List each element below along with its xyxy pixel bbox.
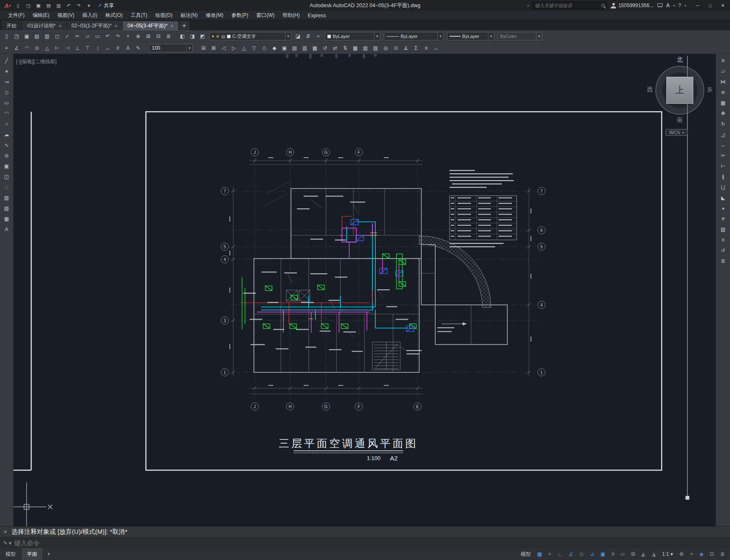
menu-item[interactable]: 窗口(W) <box>253 11 278 20</box>
save-icon[interactable]: ▣ <box>22 32 32 41</box>
layer-isolate-icon[interactable]: ◨ <box>188 32 197 41</box>
undo-mark-icon[interactable]: ↺ <box>718 245 728 255</box>
snap-mode-icon[interactable]: ⌗ <box>545 549 554 559</box>
dim-vertical-icon[interactable]: ↕ <box>93 43 102 53</box>
tab-drawing-3-active[interactable]: 04~05(3-4F平面)*✕ <box>123 21 179 30</box>
array-icon[interactable]: ▦ <box>718 98 728 108</box>
new-file-icon[interactable]: ▯ <box>13 1 23 10</box>
dropdown-caret-icon[interactable]: ▾ <box>186 44 192 52</box>
point-icon[interactable]: ∴ <box>2 182 12 192</box>
lineweight-display-icon[interactable]: ≡ <box>609 549 617 559</box>
isodraft-icon[interactable]: ◇ <box>576 549 586 559</box>
dropdown-caret-icon[interactable]: ▾ <box>488 32 494 40</box>
paste-icon[interactable]: ▭ <box>93 32 102 41</box>
layer-properties-icon[interactable]: ≣ <box>164 32 173 41</box>
app-menu-caret-icon[interactable]: ▾ <box>9 4 11 8</box>
viewcube-top-face[interactable]: 上 <box>666 77 693 104</box>
wcs-selector[interactable]: WCS ▾ <box>665 129 688 136</box>
autocad-logo-icon[interactable]: A <box>4 2 9 9</box>
align-right-icon[interactable]: ▷ <box>229 43 239 53</box>
donut-icon[interactable]: ◎ <box>381 43 391 53</box>
list-icon[interactable]: ≡ <box>421 43 431 53</box>
compass-west-label[interactable]: 西 <box>647 86 653 94</box>
hatch-icon[interactable]: ▨ <box>2 193 12 202</box>
tab-start[interactable]: 开始 <box>2 21 22 30</box>
autodesk-account-icon[interactable]: A <box>666 3 670 8</box>
clean-screen-icon[interactable]: ⊡ <box>707 549 717 559</box>
pan-icon[interactable]: + <box>123 32 133 41</box>
draw-order-icon[interactable]: ⇅ <box>340 43 350 53</box>
menu-item[interactable]: 视图(V) <box>54 11 78 20</box>
command-close-icon[interactable]: ✕ <box>3 529 7 535</box>
viewport-controls[interactable]: [-][俯视][二维线框] <box>16 58 57 65</box>
tab-drawing-2[interactable]: 02~03(1-2F平面)*✕ <box>67 21 123 30</box>
redo-icon[interactable]: ↷ <box>113 32 123 41</box>
object-snap-icon[interactable]: ▣ <box>598 549 608 559</box>
dim-center-mark-icon[interactable]: ⌖ <box>2 43 11 53</box>
plot-style-dropdown[interactable]: ByColor ▾ <box>498 32 542 40</box>
align-top-icon[interactable]: △ <box>239 43 249 53</box>
transparency-icon[interactable]: ▱ <box>618 549 628 559</box>
multiline-text-icon[interactable]: A <box>2 224 12 234</box>
hatch-edit-icon[interactable]: ▨ <box>718 224 728 234</box>
model-tab[interactable]: 模型 <box>0 548 22 560</box>
rectangle-icon[interactable]: ▭ <box>2 98 12 108</box>
save-as-icon[interactable]: ▤ <box>44 1 53 10</box>
layer-previous-icon[interactable]: ⇵ <box>303 32 313 41</box>
datum-icon[interactable]: ⊤ <box>83 43 92 53</box>
dim-arc-length-icon[interactable]: ◠ <box>22 43 32 53</box>
zoom-window-icon[interactable]: ⊞ <box>143 32 153 41</box>
create-block-icon[interactable]: ◫ <box>2 172 12 181</box>
mirror-icon[interactable]: ⋈ <box>718 77 728 86</box>
new-layout-button[interactable]: + <box>43 551 54 557</box>
command-input[interactable] <box>14 539 727 547</box>
menu-item[interactable]: 文件(F) <box>4 11 28 20</box>
object-snap-tracking-icon[interactable]: ⊿ <box>587 549 597 559</box>
layer-states-icon[interactable]: ◧ <box>178 32 187 41</box>
grid-display-icon[interactable]: ▦ <box>534 549 545 559</box>
attach-xref-icon[interactable]: ▣ <box>280 43 289 53</box>
dim-radius-icon[interactable]: ⊙ <box>32 43 42 53</box>
annotation-monitor-icon[interactable]: + <box>687 549 696 559</box>
open-icon[interactable]: ◳ <box>12 32 22 41</box>
align-left-icon[interactable]: ◁ <box>219 43 229 53</box>
table-icon[interactable]: ▦ <box>2 214 12 223</box>
wipeout-icon[interactable]: ▨ <box>371 43 380 53</box>
workspace-switching-icon[interactable]: ⚙ <box>676 549 687 559</box>
ole-object-icon[interactable]: ▥ <box>300 43 310 53</box>
search-collapse-icon[interactable]: › <box>527 3 529 8</box>
distance-icon[interactable]: ↔ <box>431 43 441 53</box>
edit-text-icon[interactable]: ✎ <box>133 43 143 53</box>
panel-menu-icon[interactable]: ≣ <box>718 256 728 266</box>
app-store-cart-icon[interactable] <box>657 3 663 8</box>
circle-icon[interactable]: ○ <box>2 119 12 129</box>
properties-icon[interactable]: ≡ <box>718 235 728 245</box>
color-dropdown[interactable]: ByLayer ▾ <box>325 32 380 40</box>
geometric-tolerance-icon[interactable]: △ <box>42 43 52 53</box>
zoom-previous-icon[interactable]: ⊟ <box>154 32 163 41</box>
scale-icon[interactable]: ◿ <box>718 129 728 139</box>
copy-icon[interactable]: ▱ <box>718 66 728 76</box>
block-edit-icon[interactable]: ◆ <box>269 43 279 53</box>
search-icon[interactable] <box>601 4 605 7</box>
gradient-icon[interactable]: ▧ <box>2 203 12 213</box>
trim-icon[interactable]: ✂ <box>718 151 728 160</box>
text-style-icon[interactable]: A <box>123 43 133 53</box>
command-customize-icon[interactable]: ✎▾ <box>3 540 11 546</box>
menu-item[interactable]: 参数(P) <box>228 11 252 20</box>
search-input[interactable] <box>535 3 600 8</box>
ortho-mode-icon[interactable]: ∟ <box>555 549 566 559</box>
move-icon[interactable]: ✥ <box>718 108 728 118</box>
save-as-icon[interactable]: ▤ <box>32 32 42 41</box>
tab-close-icon[interactable]: ✕ <box>115 24 118 28</box>
minimize-button[interactable]: ─ <box>691 0 704 11</box>
table-cell-icon[interactable]: ⊞ <box>199 43 208 53</box>
selection-cycling-icon[interactable]: ⊞ <box>628 549 638 559</box>
arc-icon[interactable]: ◠ <box>2 108 12 118</box>
polyline-icon[interactable]: ↝ <box>2 77 12 86</box>
tab-drawing-1[interactable]: -01设计说明*✕ <box>22 21 67 30</box>
dim-scale-input[interactable] <box>149 45 181 51</box>
model-space-view[interactable]: J H G F J H G F E 7 5 4 3 1 7 6 5 <box>13 54 716 526</box>
account-menu[interactable]: 15059991356... <box>611 3 653 8</box>
menu-item[interactable]: 工具(T) <box>127 11 151 20</box>
